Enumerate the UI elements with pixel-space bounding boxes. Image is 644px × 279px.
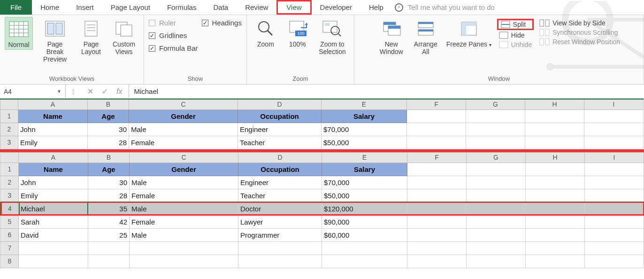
col-B[interactable]: B bbox=[88, 99, 129, 109]
svg-rect-35 bbox=[418, 30, 433, 31]
row-2b[interactable]: 2 John 30 Male Engineer $70,000 bbox=[1, 176, 644, 189]
col-H[interactable]: H bbox=[525, 99, 584, 109]
column-headers-2[interactable]: A B C D E F G H I bbox=[1, 152, 644, 163]
tell-me[interactable]: Tell me what you want to do bbox=[395, 0, 495, 15]
gridlines-checkbox[interactable]: ✓Gridlines bbox=[149, 31, 198, 39]
custom-views-button[interactable]: Custom Views bbox=[109, 17, 139, 56]
sheet-100-icon: 100 bbox=[287, 18, 308, 39]
row-1[interactable]: 1 Name Age Gender Occupation Salary bbox=[0, 109, 644, 123]
svg-point-18 bbox=[259, 22, 269, 32]
svg-rect-44 bbox=[545, 20, 549, 26]
split-icon bbox=[501, 21, 510, 28]
select-all-corner[interactable] bbox=[0, 99, 18, 109]
row-6b[interactable]: 6 David 25 Male Programmer $60,000 bbox=[1, 228, 644, 241]
group-show-label: Show bbox=[188, 75, 203, 83]
row-3b[interactable]: 3 Emily 28 Female Teacher $50,000 bbox=[1, 189, 644, 202]
enter-icon[interactable]: ✓ bbox=[102, 87, 108, 96]
ruler-checkbox: Ruler bbox=[149, 19, 198, 27]
reset-icon bbox=[539, 38, 550, 46]
group-zoom-label: Zoom bbox=[292, 75, 308, 83]
col-I[interactable]: I bbox=[584, 99, 644, 109]
svg-rect-45 bbox=[540, 29, 544, 36]
formula-bar-checkbox[interactable]: ✓Formula Bar bbox=[149, 44, 198, 52]
column-headers[interactable]: A B C D E F G H I bbox=[0, 99, 644, 109]
normal-icon bbox=[8, 18, 30, 40]
tab-data[interactable]: Data bbox=[205, 0, 237, 15]
row-7b[interactable]: 7 bbox=[1, 241, 644, 255]
name-box-dropdown-icon[interactable]: ▼ bbox=[57, 89, 61, 94]
tab-developer[interactable]: Developer bbox=[312, 0, 360, 15]
page-layout-button[interactable]: Page Layout bbox=[77, 17, 105, 56]
new-window-button[interactable]: New Window bbox=[376, 17, 407, 56]
tab-review[interactable]: Review bbox=[237, 0, 276, 15]
svg-rect-11 bbox=[56, 23, 62, 34]
unhide-button: Unhide bbox=[497, 40, 534, 49]
cell-A4[interactable]: Michael bbox=[19, 202, 88, 215]
fx-icon[interactable]: fx bbox=[116, 87, 122, 96]
zoom-selection-icon bbox=[322, 18, 343, 39]
tab-view[interactable]: View bbox=[276, 0, 311, 15]
col-C[interactable]: C bbox=[129, 99, 238, 109]
row-1b[interactable]: 1 Name Age Gender Occupation Salary bbox=[1, 163, 644, 176]
svg-rect-31 bbox=[388, 26, 400, 29]
svg-line-19 bbox=[268, 31, 272, 35]
svg-rect-38 bbox=[461, 22, 476, 26]
formula-input[interactable]: Michael bbox=[129, 87, 644, 95]
tab-page-layout[interactable]: Page Layout bbox=[102, 0, 159, 15]
row-5b[interactable]: 5 Sarah 42 Female Lawyer $90,000 bbox=[1, 215, 644, 228]
row-3-partial[interactable]: 3 Emily 28 Female Teacher $50,000 bbox=[0, 136, 644, 149]
tab-formulas[interactable]: Formulas bbox=[159, 0, 205, 15]
worksheet[interactable]: A B C D E F G H I 1 Name Age Gender Occu… bbox=[0, 99, 644, 268]
col-A[interactable]: A bbox=[18, 99, 88, 109]
ribbon-tabs: File Home Insert Page Layout Formulas Da… bbox=[0, 0, 644, 15]
svg-rect-17 bbox=[121, 25, 132, 36]
svg-text:100: 100 bbox=[297, 31, 304, 36]
page-break-preview-button[interactable]: Page Break Preview bbox=[37, 17, 73, 64]
svg-rect-47 bbox=[540, 39, 544, 45]
svg-rect-25 bbox=[325, 23, 330, 26]
tell-me-label: Tell me what you want to do bbox=[408, 3, 495, 11]
row-8b[interactable]: 8 bbox=[1, 255, 644, 268]
col-E[interactable]: E bbox=[322, 99, 407, 109]
page-break-icon bbox=[44, 18, 66, 39]
name-box[interactable]: A4 ▼ bbox=[0, 85, 66, 98]
svg-line-27 bbox=[338, 33, 341, 36]
group-window: New Window Arrange All Freeze Panes ▾ Sp… bbox=[354, 15, 644, 84]
view-side-button[interactable]: View Side by Side bbox=[537, 19, 622, 27]
page-layout-label: Page Layout bbox=[79, 40, 103, 55]
arrange-all-button[interactable]: Arrange All bbox=[411, 17, 441, 56]
tab-insert[interactable]: Insert bbox=[68, 0, 102, 15]
col-F[interactable]: F bbox=[407, 99, 466, 109]
svg-rect-29 bbox=[383, 22, 396, 25]
tab-home[interactable]: Home bbox=[32, 0, 68, 15]
magnifier-icon bbox=[255, 18, 276, 39]
ribbon: Normal Page Break Preview Page Layout Cu… bbox=[0, 15, 644, 85]
cancel-icon[interactable]: ✕ bbox=[87, 87, 93, 96]
name-box-value: A4 bbox=[4, 88, 12, 95]
custom-views-label: Custom Views bbox=[111, 40, 137, 55]
col-D[interactable]: D bbox=[238, 99, 322, 109]
page-layout-icon bbox=[80, 18, 102, 39]
svg-rect-41 bbox=[499, 32, 508, 39]
svg-rect-12 bbox=[85, 21, 97, 36]
hide-button[interactable]: Hide bbox=[497, 31, 534, 39]
tab-help[interactable]: Help bbox=[360, 0, 392, 15]
group-zoom: Zoom 100 100% Zoom to Selection Zoom bbox=[247, 15, 354, 84]
formula-bar: A4 ▼ ⋮ ✕ ✓ fx Michael bbox=[0, 85, 644, 99]
svg-rect-33 bbox=[418, 22, 433, 24]
col-G[interactable]: G bbox=[466, 99, 525, 109]
zoom-100-button[interactable]: 100 100% bbox=[284, 17, 312, 49]
split-button[interactable]: Split bbox=[499, 20, 532, 29]
zoom-selection-button[interactable]: Zoom to Selection bbox=[315, 17, 349, 56]
row-2[interactable]: 2 John 30 Male Engineer $70,000 bbox=[0, 123, 644, 136]
freeze-panes-button[interactable]: Freeze Panes ▾ bbox=[445, 17, 493, 49]
svg-rect-46 bbox=[545, 29, 549, 36]
headings-checkbox[interactable]: ✓Headings bbox=[202, 19, 242, 27]
normal-view-button[interactable]: Normal bbox=[5, 17, 33, 50]
normal-label: Normal bbox=[8, 41, 29, 48]
tab-file[interactable]: File bbox=[0, 0, 32, 15]
svg-rect-42 bbox=[499, 41, 508, 48]
zoom-button[interactable]: Zoom bbox=[252, 17, 280, 49]
svg-rect-48 bbox=[545, 39, 549, 45]
row-4-selected[interactable]: 4 Michael 35 Male Doctor $120,000 bbox=[1, 202, 644, 215]
